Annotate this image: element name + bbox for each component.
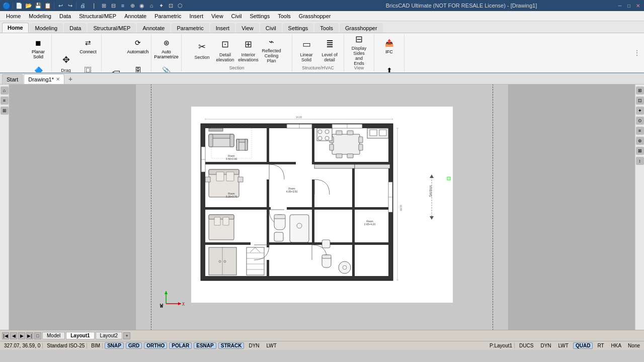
tb-icon-8[interactable]: ✦ (156, 1, 166, 10)
auto-parametrize-button[interactable]: ⊛ Auto Parametrize (156, 35, 177, 62)
connect-button[interactable]: ⇄ Connect (78, 35, 98, 62)
right-sidebar-icon-7[interactable]: ⊠ (636, 147, 644, 155)
copy-button[interactable]: ⿴ Copy (78, 63, 98, 73)
tab-start[interactable]: Start (2, 74, 23, 84)
undo-button[interactable]: ↩ (56, 1, 65, 10)
tab-home[interactable]: Home (2, 23, 29, 33)
menu-parametric[interactable]: Parametric (150, 12, 185, 20)
dyn-btn[interactable]: DYN (246, 342, 262, 349)
export-ifc-button[interactable]: ⬆ Export to IFC (379, 63, 399, 73)
close-button[interactable]: ✕ (634, 2, 642, 10)
tab-parametric[interactable]: Parametric (171, 23, 209, 33)
sidebar-home-icon[interactable]: ⌂ (1, 86, 9, 95)
menu-insert[interactable]: Insert (185, 12, 207, 20)
lwt-mode[interactable]: LWT (556, 342, 571, 349)
quad-btn[interactable]: QUAD (573, 342, 593, 349)
right-sidebar-icon-2[interactable]: ⊡ (636, 97, 644, 105)
tab-drawing1-close[interactable]: ✕ (56, 76, 60, 82)
tb-icon-5[interactable]: ⊕ (128, 1, 137, 10)
tab-view[interactable]: View (236, 23, 259, 33)
automatch-button[interactable]: ⟳ Automatch (128, 35, 148, 62)
snap-btn[interactable]: SNAP (105, 342, 124, 349)
tab-insert[interactable]: Insert (210, 23, 235, 33)
tab-civil[interactable]: Civil (260, 23, 282, 33)
tab-modeling[interactable]: Modeling (30, 23, 63, 33)
attach-button[interactable]: 📎 Attach (156, 63, 177, 73)
layout-tab-model[interactable]: Model (42, 332, 65, 339)
right-sidebar-icon-1[interactable]: ⊞ (636, 86, 644, 95)
saveas-button[interactable]: 📋 (43, 1, 52, 10)
menu-structural[interactable]: Structural/MEP (75, 12, 120, 20)
canvas-area[interactable]: Room 3.50×2.90 Room 4.05×3.50 Room 3.20×… (9, 84, 635, 330)
tab-grasshopper[interactable]: Grasshopper (340, 23, 383, 33)
maximize-button[interactable]: □ (625, 2, 633, 10)
reflected-ceiling-button[interactable]: ⌁ Reflected Ceiling Plan (261, 36, 283, 64)
tb-icon-7[interactable]: ⌂ (147, 1, 156, 10)
ucs-display[interactable]: DUCS (517, 342, 536, 349)
menu-home[interactable]: Home (2, 12, 25, 20)
ifc-button[interactable]: 📤 IFC (379, 35, 399, 62)
new-button[interactable]: 📄 (15, 1, 24, 10)
bim-display[interactable]: BIM (89, 343, 103, 348)
menu-tools[interactable]: Tools (274, 12, 295, 20)
tab-add-button[interactable]: + (65, 74, 75, 84)
right-sidebar-icon-5[interactable]: ≡ (636, 127, 644, 135)
layout-add-button[interactable]: + (123, 332, 130, 339)
menu-view[interactable]: View (207, 12, 227, 20)
nav-last-button[interactable]: ▶| (26, 332, 33, 339)
tab-structural[interactable]: Structural/MEP (88, 23, 136, 33)
ribbon-expand[interactable]: ⋮ (632, 34, 642, 71)
open-button[interactable]: 📂 (24, 1, 33, 10)
section-button[interactable]: ✂ Section (191, 36, 213, 64)
tab-drawing1[interactable]: Drawing1* ✕ (24, 74, 64, 84)
layout-tab-layout1[interactable]: Layout1 (66, 332, 94, 339)
hka-btn[interactable]: HKA (609, 342, 624, 349)
right-sidebar-icon-8[interactable]: ↕ (636, 157, 644, 165)
nav-next-button[interactable]: ▶ (18, 332, 25, 339)
tb-icon-1[interactable]: ∣ (90, 1, 99, 10)
minimize-button[interactable]: ─ (616, 2, 624, 10)
tb-icon-3[interactable]: ⊟ (109, 1, 118, 10)
interior-elevations-button[interactable]: ⊞ Interior elevations (237, 36, 260, 64)
save-button[interactable]: 💾 (34, 1, 43, 10)
tab-tools[interactable]: Tools (314, 23, 339, 33)
ortho-btn[interactable]: ORTHO (144, 342, 167, 349)
sidebar-layers-icon[interactable]: ≡ (1, 97, 9, 105)
primitives-button[interactable]: 🔷 Primitives (28, 63, 48, 73)
redo-button[interactable]: ↪ (65, 1, 74, 10)
nav-prev-button[interactable]: ◀ (10, 332, 17, 339)
print-button[interactable]: 🖨 (78, 1, 87, 10)
tab-data[interactable]: Data (64, 23, 87, 33)
layout-tab-layout2[interactable]: Layout2 (96, 332, 123, 339)
lwt-btn[interactable]: LWT (264, 342, 279, 349)
database-button[interactable]: 🗄 Database (128, 63, 148, 73)
polar-btn[interactable]: POLAR (169, 342, 192, 349)
linear-solid-button[interactable]: ▭ Linear Solid (295, 36, 317, 64)
menu-grasshopper[interactable]: Grasshopper (295, 12, 335, 20)
display-sides-button[interactable]: ⊟ Display Sides and Ends (348, 36, 370, 64)
esnap-btn[interactable]: ESNAP (194, 342, 216, 349)
menu-civil[interactable]: Civil (227, 12, 246, 20)
strack-btn[interactable]: STRACK (218, 342, 245, 349)
tb-icon-2[interactable]: ⊞ (99, 1, 108, 10)
tb-icon-4[interactable]: ≡ (118, 1, 127, 10)
menu-annotate[interactable]: Annotate (120, 12, 150, 20)
drag-button[interactable]: ✥ Drag (55, 49, 77, 74)
planar-solid-button[interactable]: ◼ Planar Solid (28, 35, 48, 62)
tb-icon-10[interactable]: ⬡ (176, 1, 185, 10)
tb-icon-6[interactable]: ◉ (137, 1, 146, 10)
nav-first-button[interactable]: |◀ (2, 332, 9, 339)
rt-btn[interactable]: RT (595, 342, 606, 349)
sidebar-properties-icon[interactable]: ⊞ (1, 107, 9, 115)
grd-btn[interactable]: GRD (126, 342, 142, 349)
level-of-detail-button[interactable]: ≣ Level of detail (318, 36, 341, 64)
tab-settings[interactable]: Settings (283, 23, 314, 33)
dyn-mode[interactable]: DYN (538, 342, 553, 349)
right-sidebar-icon-4[interactable]: ⊙ (636, 117, 644, 125)
detail-elevation-button[interactable]: ⊡ Detail elevation (214, 36, 236, 64)
menu-modeling[interactable]: Modeling (25, 12, 55, 20)
menu-data[interactable]: Data (55, 12, 75, 20)
right-sidebar-icon-6[interactable]: ⊚ (636, 137, 644, 145)
right-sidebar-icon-3[interactable]: ✦ (636, 107, 644, 115)
tab-annotate[interactable]: Annotate (137, 23, 170, 33)
